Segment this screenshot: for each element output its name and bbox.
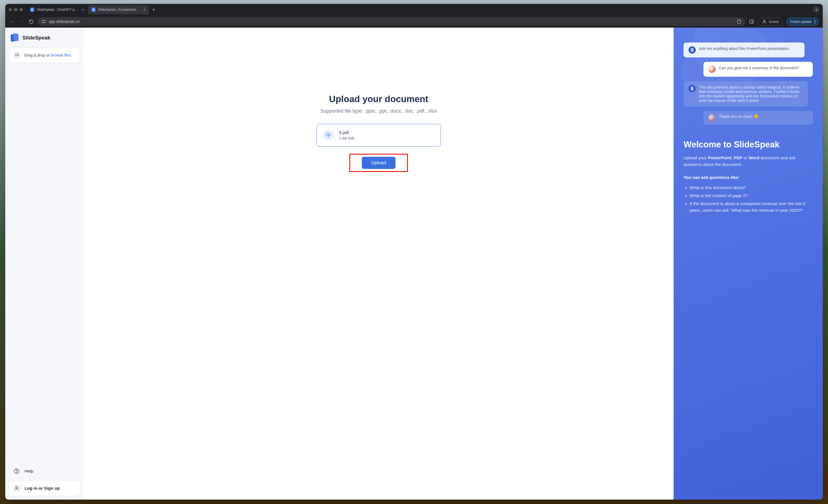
upload-button[interactable]: Upload bbox=[362, 157, 396, 169]
svg-rect-2 bbox=[42, 22, 43, 23]
svg-point-6 bbox=[764, 20, 765, 21]
file-name: 4.pdf bbox=[339, 130, 354, 135]
bot-avatar-icon bbox=[689, 46, 696, 53]
titlebar: SlideSpeak - ChatGPT powered … × SlideSp… bbox=[5, 4, 823, 15]
help-label: Help bbox=[25, 469, 33, 474]
upload-highlight-box: Upload bbox=[349, 154, 408, 172]
brand-name: SlideSpeak bbox=[23, 35, 50, 41]
example-question-item: What is the content of page 2? bbox=[690, 192, 813, 199]
file-upload-icon bbox=[323, 130, 334, 141]
close-tab-icon[interactable]: × bbox=[143, 7, 146, 12]
example-question-item: If the document is about a companies rev… bbox=[690, 200, 813, 214]
site-settings-icon[interactable] bbox=[41, 19, 46, 24]
upload-subheading: Supported file type: .pptx, .ppt, .docx,… bbox=[320, 108, 437, 114]
welcome-subheading: You can ask questions like: bbox=[684, 175, 813, 180]
help-icon bbox=[12, 467, 21, 475]
browser-tab-1[interactable]: SlideSpeak | AI powered pres… × bbox=[88, 5, 149, 14]
back-button[interactable]: ← bbox=[9, 19, 15, 25]
upload-heading: Upload your document bbox=[329, 94, 428, 104]
browse-files-link[interactable]: browse files bbox=[51, 53, 71, 57]
svg-rect-4 bbox=[750, 20, 754, 23]
favicon-icon bbox=[30, 7, 35, 12]
svg-point-9 bbox=[16, 472, 16, 472]
svg-point-10 bbox=[16, 487, 17, 488]
address-bar[interactable]: app.slidespeak.co bbox=[38, 17, 745, 26]
welcome-body-pdf: PDF bbox=[734, 155, 742, 160]
tab-strip: SlideSpeak - ChatGPT powered … × SlideSp… bbox=[27, 5, 813, 14]
welcome-heading: Welcome to SlideSpeak bbox=[684, 140, 813, 150]
bubble-text: Ask me anything about this PowerPoint pr… bbox=[699, 46, 790, 51]
sidebar-dropzone[interactable]: Drag & drop or browse files bbox=[9, 47, 80, 63]
finish-label: Finish update bbox=[790, 19, 812, 24]
welcome-body-sep: , bbox=[731, 155, 734, 160]
welcome-panel: Ask me anything about this PowerPoint pr… bbox=[674, 28, 823, 500]
favicon-icon bbox=[91, 7, 96, 12]
new-tab-button[interactable]: + bbox=[150, 7, 158, 13]
page-icon[interactable] bbox=[737, 19, 741, 24]
window-controls bbox=[8, 8, 23, 11]
welcome-body: Upload your PowerPoint, PDF or Word docu… bbox=[684, 154, 813, 168]
toolbar: ← → app.slidespeak.co Guest Finish u bbox=[5, 15, 823, 28]
close-window-button[interactable] bbox=[8, 8, 12, 11]
welcome-body-word: Word bbox=[748, 155, 759, 160]
finish-update-button[interactable]: Finish update bbox=[787, 18, 819, 26]
bubble-text: Can you give me a summary of the documen… bbox=[719, 66, 799, 70]
browser-tab-0[interactable]: SlideSpeak - ChatGPT powered … × bbox=[27, 5, 88, 14]
main-panel: Upload your document Supported file type… bbox=[84, 28, 674, 500]
example-question-item: What is this document about? bbox=[690, 184, 813, 191]
dropzone-text-static: Drag & drop or bbox=[24, 53, 51, 57]
maximize-window-button[interactable] bbox=[19, 8, 23, 11]
toolbar-right: Guest Finish update bbox=[749, 18, 819, 26]
user-avatar-icon bbox=[708, 114, 715, 122]
selected-file-card[interactable]: 4.pdf 2.68 MB bbox=[317, 124, 441, 146]
file-meta: 4.pdf 2.68 MB bbox=[339, 130, 354, 140]
menu-icon bbox=[815, 20, 815, 24]
tab-title: SlideSpeak - ChatGPT powered … bbox=[37, 8, 79, 12]
chat-bubble-bot-1: Ask me anything about this PowerPoint pr… bbox=[684, 43, 804, 57]
forward-button[interactable]: → bbox=[19, 19, 25, 25]
brand[interactable]: SlideSpeak bbox=[9, 34, 80, 47]
welcome-body-text: Upload your bbox=[684, 155, 708, 160]
dropzone-text: Drag & drop or browse files bbox=[24, 53, 71, 57]
bot-avatar-icon bbox=[689, 85, 696, 92]
upload-icon bbox=[13, 51, 21, 59]
app-content: SlideSpeak Drag & drop or browse files H… bbox=[5, 28, 823, 500]
url-text: app.slidespeak.co bbox=[49, 19, 80, 24]
guest-label: Guest bbox=[769, 19, 779, 24]
chat-bubble-user-1: Can you give me a summary of the documen… bbox=[703, 62, 813, 77]
panel-icon[interactable] bbox=[749, 19, 754, 24]
user-icon bbox=[762, 19, 767, 24]
login-label: Log in or Sign up bbox=[25, 486, 60, 491]
user-avatar-icon bbox=[708, 66, 715, 73]
tab-title: SlideSpeak | AI powered pres… bbox=[98, 8, 140, 12]
svg-rect-1 bbox=[44, 20, 45, 21]
svg-rect-0 bbox=[42, 20, 43, 21]
brand-logo-icon bbox=[11, 34, 19, 42]
welcome-body-pp: PowerPoint bbox=[708, 155, 731, 160]
browser-window: SlideSpeak - ChatGPT powered … × SlideSp… bbox=[5, 4, 823, 500]
login-button[interactable]: Log in or Sign up bbox=[9, 481, 80, 496]
close-tab-icon[interactable]: × bbox=[82, 7, 84, 12]
example-question-list: What is this document about? What is the… bbox=[684, 184, 813, 214]
tabs-overflow-button[interactable]: ▾ bbox=[813, 7, 820, 13]
help-button[interactable]: Help bbox=[9, 464, 80, 478]
chat-bubble-user-2: Thank you so much 😊 bbox=[703, 111, 813, 125]
minimize-window-button[interactable] bbox=[14, 8, 17, 11]
profile-button[interactable]: Guest bbox=[758, 18, 783, 26]
user-icon bbox=[12, 484, 21, 492]
sidebar: SlideSpeak Drag & drop or browse files H… bbox=[5, 28, 84, 500]
welcome-body-sep: or bbox=[742, 155, 748, 160]
bubble-text: This document is about a startup called … bbox=[699, 85, 803, 103]
svg-rect-3 bbox=[44, 22, 45, 23]
chat-bubble-bot-2: This document is about a startup called … bbox=[684, 81, 808, 106]
file-size: 2.68 MB bbox=[339, 136, 354, 140]
bubble-text: Thank you so much 😊 bbox=[719, 114, 758, 119]
reload-button[interactable] bbox=[29, 19, 34, 24]
